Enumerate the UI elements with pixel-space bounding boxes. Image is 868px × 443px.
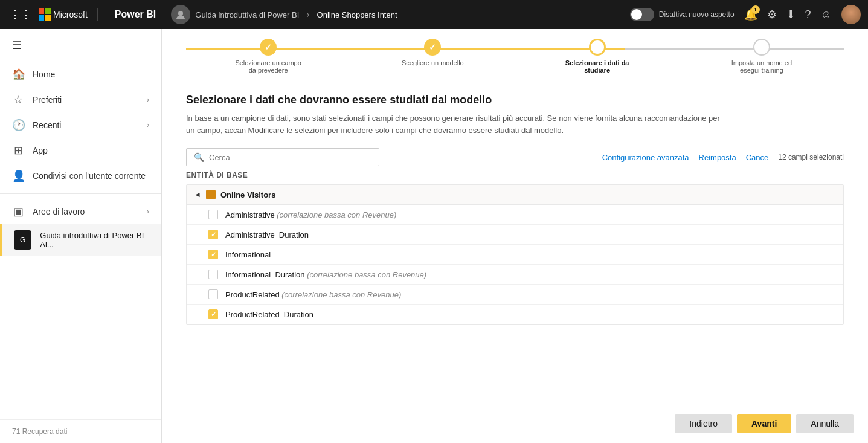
- stepper-circle-1: ✓: [260, 39, 277, 56]
- checkbox-informational[interactable]: ✓: [208, 250, 218, 259]
- sidebar-item-recenti[interactable]: 🕐 Recenti ›: [0, 112, 161, 138]
- toggle-label: Disattiva nuovo aspetto: [659, 10, 735, 19]
- field-item-administrative-duration: ✓ Administrative_Duration: [187, 225, 843, 245]
- toggle-switch[interactable]: [630, 8, 654, 21]
- shared-icon: 👤: [12, 169, 24, 183]
- breadcrumb-area: Guida introduttiva di Power BI › Online …: [171, 5, 625, 24]
- field-item-administrative: Administrative (correlazione bassa con R…: [187, 205, 843, 225]
- sidebar-item-aree-di-lavoro[interactable]: ▣ Aree di lavoro ›: [0, 199, 161, 224]
- apps-icon: ⊞: [12, 144, 24, 157]
- checkbox-administrative[interactable]: [208, 210, 218, 219]
- svg-point-0: [178, 11, 183, 16]
- checkbox-product-related-duration[interactable]: ✓: [208, 309, 218, 319]
- cancel-link[interactable]: Cance: [746, 153, 769, 162]
- breadcrumb-workspace[interactable]: Guida introduttiva di Power BI: [195, 10, 299, 19]
- checkmark-administrative-duration: ✓: [211, 231, 216, 239]
- stepper-steps: ✓ Selezionare un campo da prevedere ✓ Sc…: [186, 39, 844, 74]
- actions-area: Configurazione avanzata Reimposta Cance …: [602, 153, 844, 162]
- stepper-step-1: ✓ Selezionare un campo da prevedere: [186, 39, 350, 74]
- help-icon[interactable]: ?: [805, 8, 811, 21]
- field-label-product-related-duration: ProductRelated_Duration: [225, 310, 313, 319]
- sidebar-menu-icon[interactable]: ☰: [0, 29, 161, 62]
- user-avatar[interactable]: [841, 5, 861, 24]
- content-area: Selezionare i dati che dovranno essere s…: [162, 79, 868, 404]
- sidebar-recenti-label: Recenti: [33, 120, 138, 130]
- sidebar-home-label: Home: [33, 70, 149, 79]
- next-button[interactable]: Avanti: [737, 414, 791, 433]
- notification-icon[interactable]: 🔔 1: [744, 8, 757, 21]
- breadcrumb-current: Online Shoppers Intent: [317, 10, 397, 19]
- user-avatar-image: [841, 5, 861, 24]
- stepper-label-4: Imposta un nome ed esegui training: [725, 59, 798, 74]
- stepper-label-2: Scegliere un modello: [402, 59, 464, 66]
- search-icon: 🔍: [194, 152, 204, 162]
- feedback-icon[interactable]: ☺: [821, 8, 832, 21]
- field-label-administrative-duration: Administrative_Duration: [225, 230, 309, 239]
- sidebar-item-app[interactable]: ⊞ App: [0, 138, 161, 163]
- toggle-knob: [631, 9, 642, 20]
- field-note-product-related: (correlazione bassa con Revenue): [281, 290, 401, 299]
- sidebar-item-preferiti[interactable]: ☆ Preferiti ›: [0, 87, 161, 112]
- download-icon[interactable]: ⬇: [786, 8, 796, 21]
- field-label-informational-duration: Informational_Duration (correlazione bas…: [225, 270, 426, 279]
- toggle-container[interactable]: Disattiva nuovo aspetto: [630, 8, 735, 21]
- workspace-avatar: [171, 5, 190, 24]
- entity-header: ◄ Online Visitors: [187, 185, 843, 205]
- sidebar: ☰ 🏠 Home ☆ Preferiti › 🕐 Recenti › ⊞ App…: [0, 29, 162, 443]
- stepper-label-3: Selezionare i dati da studiare: [561, 59, 634, 74]
- fields-count: 12 campi selezionati: [778, 153, 844, 161]
- checkbox-product-related[interactable]: [208, 289, 218, 299]
- stepper-circle-4: [753, 39, 770, 56]
- notification-badge: 1: [751, 5, 760, 14]
- clock-icon: 🕐: [12, 118, 24, 132]
- sidebar-workspace-label: Aree di lavoro: [33, 207, 138, 216]
- star-icon: ☆: [12, 93, 24, 106]
- entity-section: Entità di base ◄ Online Visitors Adminis…: [186, 171, 844, 325]
- field-note-informational-duration: (correlazione bassa con Revenue): [307, 270, 426, 279]
- checkmark-informational: ✓: [211, 251, 216, 259]
- entity-name: Online Visitors: [220, 190, 276, 199]
- advanced-config-link[interactable]: Configurazione avanzata: [602, 153, 689, 162]
- sidebar-footer-label: 71 Recupera dati: [12, 427, 67, 436]
- sidebar-footer[interactable]: 71 Recupera dati: [0, 419, 161, 443]
- stepper-label-1: Selezionare un campo da prevedere: [232, 59, 304, 74]
- field-label-product-related: ProductRelated (correlazione bassa con R…: [225, 290, 401, 299]
- powerbi-label: Power BI: [105, 9, 166, 20]
- topbar: ⋮⋮ Microsoft Power BI Guida introduttiva…: [0, 0, 868, 29]
- entity-type-icon: [206, 190, 216, 199]
- sidebar-active-workspace[interactable]: G Guida introduttiva di Power BI Al...: [0, 224, 161, 256]
- entity-collapse-icon[interactable]: ◄: [194, 190, 201, 199]
- field-item-informational-duration: Informational_Duration (correlazione bas…: [187, 265, 843, 285]
- search-input[interactable]: [209, 153, 371, 162]
- cancel-button[interactable]: Annulla: [796, 414, 854, 433]
- sidebar-active-workspace-label: Guida introduttiva di Power BI Al...: [40, 231, 149, 249]
- stepper-step-2: ✓ Scegliere un modello: [350, 39, 515, 74]
- reset-link[interactable]: Reimposta: [699, 153, 736, 162]
- checkbox-informational-duration[interactable]: [208, 270, 218, 279]
- microsoft-logo-area: Microsoft: [39, 8, 98, 21]
- content-description: In base a un campione di dati, sono stat…: [186, 112, 730, 136]
- sidebar-condivisi-label: Condivisi con l'utente corrente: [33, 171, 149, 181]
- home-icon: 🏠: [12, 68, 24, 81]
- search-actions-row: 🔍 Configurazione avanzata Reimposta Canc…: [186, 148, 844, 166]
- topbar-right-icons: Disattiva nuovo aspetto 🔔 1 ⚙ ⬇ ? ☺: [630, 5, 861, 24]
- sidebar-item-condivisi[interactable]: 👤 Condivisi con l'utente corrente: [0, 163, 161, 189]
- settings-icon[interactable]: ⚙: [767, 8, 777, 21]
- field-item-product-related: ProductRelated (correlazione bassa con R…: [187, 285, 843, 305]
- workspace-chevron-icon: ›: [147, 207, 149, 216]
- recenti-chevron-icon: ›: [147, 121, 149, 129]
- workspace-letter: G: [20, 236, 25, 244]
- field-note-administrative: (correlazione bassa con Revenue): [277, 210, 396, 219]
- back-button[interactable]: Indietro: [675, 414, 732, 433]
- apps-grid-icon[interactable]: ⋮⋮: [7, 5, 34, 24]
- stepper: ✓ Selezionare un campo da prevedere ✓ Sc…: [162, 29, 868, 79]
- search-box[interactable]: 🔍: [186, 148, 379, 166]
- sidebar-item-home[interactable]: 🏠 Home: [0, 62, 161, 87]
- preferiti-chevron-icon: ›: [147, 95, 149, 104]
- workspace-letter-icon: G: [14, 230, 31, 250]
- checkbox-administrative-duration[interactable]: ✓: [208, 230, 218, 239]
- field-label-informational: Informational: [225, 250, 271, 259]
- field-item-informational: ✓ Informational: [187, 245, 843, 265]
- sidebar-preferiti-label: Preferiti: [33, 95, 138, 105]
- stepper-circle-3: [589, 39, 606, 56]
